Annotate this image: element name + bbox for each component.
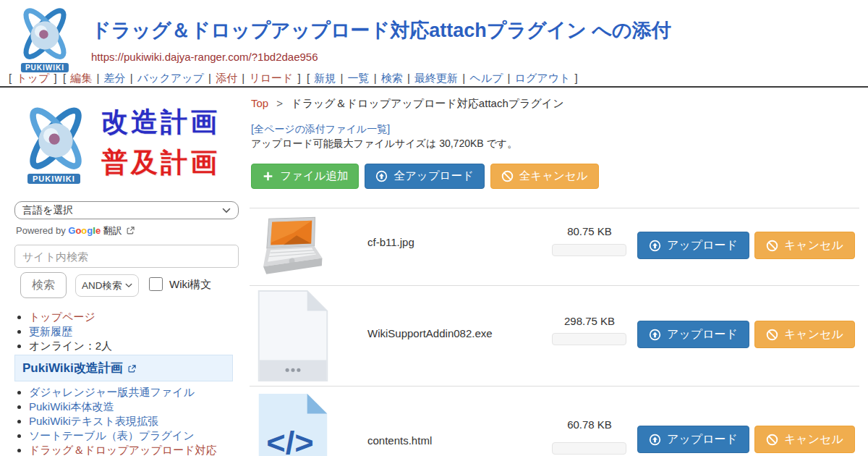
language-select[interactable]: 言語を選択	[14, 201, 239, 219]
search-button[interactable]: 検索	[20, 272, 67, 298]
search-controls: 検索 AND検索 Wiki構文	[14, 272, 239, 298]
pukiwiki-kaizo-link[interactable]: PukiWiki改造計画	[22, 361, 123, 375]
upload-file-list: cf-b11.jpg 80.75 KB アップロード キャンセル	[250, 208, 859, 456]
nav-bracket: [	[9, 72, 12, 84]
cancel-all-label: 全キャンセル	[519, 169, 588, 184]
chevron-down-icon	[125, 283, 132, 288]
online-count: オンライン：2人	[29, 339, 112, 352]
sidebar-quick-links: トップページ 更新履歴 オンライン：2人	[16, 310, 246, 353]
page-url-link[interactable]: https://pukiwiki.dajya-ranger.com/?1bd2d…	[91, 51, 318, 63]
circle-arrow-up-icon	[649, 329, 661, 341]
file-preview-thumbnail	[255, 213, 326, 282]
ban-circle-icon	[766, 240, 778, 252]
list-item: ドラッグ＆ドロップアップロード対応attachプラグイン	[29, 443, 246, 456]
nav-link-search[interactable]: 検索	[381, 72, 403, 84]
nav-separator: |	[407, 72, 410, 84]
table-row: WikiSupportAddin082.exe 298.75 KB アップロード	[250, 285, 859, 386]
nav-link-recent[interactable]: 最終更新	[414, 72, 458, 84]
nav-separator: |	[462, 72, 465, 84]
nav-link-top[interactable]: トップ	[16, 72, 49, 84]
sidebar-link-dnd-attach[interactable]: ドラッグ＆ドロップアップロード対応attachプラグイン	[29, 444, 217, 456]
upload-button[interactable]: アップロード	[637, 232, 749, 259]
nav-link-list[interactable]: 一覧	[348, 72, 370, 84]
nav-bracket: [	[63, 72, 66, 84]
file-preview-thumbnail	[257, 290, 329, 385]
nav-link-new[interactable]: 新規	[314, 72, 336, 84]
powered-by-text: Powered by	[16, 225, 66, 236]
upload-button[interactable]: アップロード	[637, 426, 749, 453]
search-mode-select[interactable]: AND検索	[75, 274, 139, 297]
nav-link-backup[interactable]: バックアップ	[137, 72, 204, 84]
cancel-button[interactable]: キャンセル	[754, 321, 855, 348]
nav-bracket: [	[307, 72, 310, 84]
cancel-button-label: キャンセル	[784, 327, 843, 342]
nav-bracket: ]	[298, 72, 301, 84]
nav-link-logout[interactable]: ログアウト	[515, 72, 571, 84]
upload-button[interactable]: アップロード	[637, 321, 749, 348]
sidebar-link-sort-table[interactable]: ソートテーブル（表）プラグイン	[29, 429, 195, 442]
cancel-button-label: キャンセル	[784, 238, 843, 253]
google-logo-letter: e	[95, 225, 101, 236]
list-item: PukiWikiテキスト表現拡張	[29, 414, 246, 428]
nav-separator: |	[96, 72, 99, 84]
upload-progress-bar	[552, 244, 626, 256]
upload-button-label: アップロード	[667, 327, 738, 342]
sidebar-link-history[interactable]: 更新履歴	[29, 325, 72, 337]
row-actions: アップロード キャンセル	[637, 232, 855, 259]
upload-toolbar: ファイル追加 全アップロード 全キャンセル	[251, 164, 599, 189]
page-title: ドラッグ＆ドロップアップロード対応attachプラグイン への添付	[91, 17, 671, 43]
cancel-button[interactable]: キャンセル	[754, 426, 855, 453]
sidebar-link-core-mod[interactable]: PukiWiki本体改造	[29, 400, 114, 413]
list-item: ダジャレンジャー版共通ファイル	[29, 385, 246, 399]
laptop-photo-thumbnail	[255, 213, 326, 279]
list-item: オンライン：2人	[29, 339, 246, 352]
sidebar-link-common-files[interactable]: ダジャレンジャー版共通ファイル	[29, 386, 195, 398]
nav-link-reload[interactable]: リロード	[249, 72, 293, 84]
row-actions: アップロード キャンセル	[637, 426, 855, 453]
nav-bracket: ]	[575, 72, 578, 84]
file-name: contents.html	[367, 434, 432, 447]
ban-circle-icon	[766, 434, 778, 446]
nav-link-diff[interactable]: 差分	[104, 72, 126, 84]
nav-link-attach[interactable]: 添付	[216, 72, 237, 84]
ban-circle-icon	[501, 170, 514, 182]
file-name: WikiSupportAddin082.exe	[367, 327, 493, 339]
file-size: 80.75 KB	[552, 225, 627, 237]
nav-separator: |	[242, 72, 244, 84]
translate-link[interactable]: 翻訳	[103, 225, 122, 236]
wiki-syntax-label: Wiki構文	[169, 278, 211, 292]
circle-arrow-up-icon	[649, 434, 661, 446]
upload-button-label: アップロード	[667, 238, 738, 253]
upload-all-label: 全アップロード	[393, 169, 473, 184]
circle-arrow-up-icon	[375, 170, 388, 182]
sidebar-logo[interactable]: PUKIWIKI 改造計画 普及計画	[14, 103, 240, 194]
sidebar-link-text-ext[interactable]: PukiWikiテキスト表現拡張	[29, 415, 158, 427]
html-code-file-icon: </>	[257, 392, 329, 456]
add-files-button[interactable]: ファイル追加	[251, 164, 359, 189]
max-upload-size-text: アップロード可能最大ファイルサイズは 30,720KB です。	[251, 138, 517, 151]
all-attachments-link[interactable]: [全ページの添付ファイル一覧]	[251, 123, 390, 136]
sidebar-link-toppage[interactable]: トップページ	[29, 311, 95, 323]
generic-file-icon	[257, 290, 329, 382]
google-translate-credit: Powered by Google 翻訳	[16, 224, 135, 237]
cancel-all-button[interactable]: 全キャンセル	[490, 164, 599, 189]
nav-link-edit[interactable]: 編集	[70, 72, 92, 84]
breadcrumb-top-link[interactable]: Top	[251, 97, 268, 109]
header-divider	[0, 86, 868, 88]
svg-text:</>: </>	[266, 424, 313, 456]
nav-separator: |	[208, 72, 211, 84]
sidebar-section-heading: PukiWiki改造計画	[14, 355, 233, 381]
google-logo-letter: G	[68, 225, 75, 236]
sidebar-logo-label: PUKIWIKI	[27, 174, 80, 184]
list-item: トップページ	[29, 310, 246, 324]
pukiwiki-logo[interactable]: PUKIWIKI	[9, 4, 81, 77]
upload-all-button[interactable]: 全アップロード	[365, 164, 484, 189]
cancel-button[interactable]: キャンセル	[754, 232, 855, 259]
wiki-syntax-checkbox[interactable]	[149, 277, 163, 291]
pukiwiki-attach-page: { "header": { "logo_text": "PUKIWIKI", "…	[0, 0, 868, 456]
nav-link-help[interactable]: ヘルプ	[469, 72, 503, 84]
site-search-input[interactable]	[14, 245, 239, 268]
language-select-value: 言語を選択	[22, 204, 73, 217]
breadcrumb-current: ドラッグ＆ドロップアップロード対応attachプラグイン	[291, 97, 563, 109]
row-actions: アップロード キャンセル	[637, 321, 855, 348]
